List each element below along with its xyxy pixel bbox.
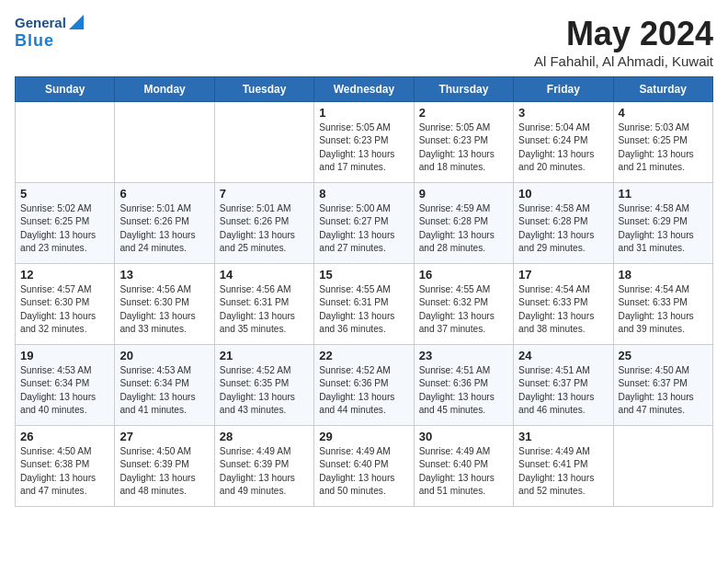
day-number: 15 (319, 268, 408, 282)
day-info: Sunrise: 4:52 AMSunset: 6:35 PMDaylight:… (220, 364, 309, 417)
day-info: Sunrise: 4:51 AMSunset: 6:37 PMDaylight:… (518, 364, 608, 417)
week-row-2: 5Sunrise: 5:02 AMSunset: 6:25 PMDaylight… (16, 183, 713, 264)
svg-marker-0 (69, 15, 84, 29)
day-info: Sunrise: 4:52 AMSunset: 6:36 PMDaylight:… (319, 364, 408, 417)
table-row: 6Sunrise: 5:01 AMSunset: 6:26 PMDaylight… (115, 183, 214, 264)
day-number: 12 (20, 268, 109, 282)
day-number: 14 (220, 268, 309, 282)
day-info: Sunrise: 4:58 AMSunset: 6:28 PMDaylight:… (518, 202, 608, 255)
day-number: 10 (518, 187, 608, 201)
day-number: 28 (220, 430, 309, 443)
day-info: Sunrise: 4:59 AMSunset: 6:28 PMDaylight:… (419, 202, 508, 255)
table-row: 8Sunrise: 5:00 AMSunset: 6:27 PMDaylight… (314, 183, 414, 264)
page-header: General Blue May 2024 Al Fahahil, Al Ahm… (15, 15, 713, 69)
day-info: Sunrise: 5:01 AMSunset: 6:26 PMDaylight:… (119, 202, 209, 255)
week-row-1: 1Sunrise: 5:05 AMSunset: 6:23 PMDaylight… (16, 102, 713, 183)
table-row (115, 102, 214, 183)
day-number: 21 (220, 349, 309, 362)
table-row: 18Sunrise: 4:54 AMSunset: 6:33 PMDayligh… (613, 264, 712, 345)
table-row: 20Sunrise: 4:53 AMSunset: 6:34 PMDayligh… (115, 345, 214, 426)
calendar-location: Al Fahahil, Al Ahmadi, Kuwait (534, 53, 713, 69)
day-number: 22 (319, 349, 408, 362)
header-thursday: Thursday (414, 77, 513, 102)
day-info: Sunrise: 4:55 AMSunset: 6:31 PMDaylight:… (319, 283, 408, 336)
day-number: 16 (419, 268, 508, 282)
logo-general: General (15, 15, 66, 31)
table-row: 28Sunrise: 4:49 AMSunset: 6:39 PMDayligh… (214, 426, 313, 507)
day-number: 4 (619, 106, 708, 120)
week-row-5: 26Sunrise: 4:50 AMSunset: 6:38 PMDayligh… (16, 426, 713, 507)
day-info: Sunrise: 5:05 AMSunset: 6:23 PMDaylight:… (419, 121, 508, 174)
table-row: 23Sunrise: 4:51 AMSunset: 6:36 PMDayligh… (414, 345, 513, 426)
day-number: 26 (20, 430, 109, 443)
day-info: Sunrise: 5:03 AMSunset: 6:25 PMDaylight:… (619, 121, 708, 174)
table-row: 7Sunrise: 5:01 AMSunset: 6:26 PMDaylight… (214, 183, 313, 264)
day-info: Sunrise: 5:04 AMSunset: 6:24 PMDaylight:… (518, 121, 608, 174)
day-number: 8 (319, 187, 408, 201)
table-row: 15Sunrise: 4:55 AMSunset: 6:31 PMDayligh… (314, 264, 414, 345)
header-tuesday: Tuesday (214, 77, 313, 102)
table-row: 4Sunrise: 5:03 AMSunset: 6:25 PMDaylight… (613, 102, 712, 183)
table-row: 24Sunrise: 4:51 AMSunset: 6:37 PMDayligh… (514, 345, 613, 426)
day-info: Sunrise: 4:54 AMSunset: 6:33 PMDaylight:… (518, 283, 608, 336)
day-info: Sunrise: 4:55 AMSunset: 6:32 PMDaylight:… (419, 283, 508, 336)
day-info: Sunrise: 5:00 AMSunset: 6:27 PMDaylight:… (319, 202, 408, 255)
day-number: 31 (518, 430, 608, 443)
table-row: 21Sunrise: 4:52 AMSunset: 6:35 PMDayligh… (214, 345, 313, 426)
table-row: 25Sunrise: 4:50 AMSunset: 6:37 PMDayligh… (613, 345, 712, 426)
day-info: Sunrise: 4:49 AMSunset: 6:40 PMDaylight:… (319, 445, 408, 498)
logo-triangle-icon (69, 15, 84, 29)
table-row: 3Sunrise: 5:04 AMSunset: 6:24 PMDaylight… (514, 102, 613, 183)
day-number: 1 (319, 106, 408, 120)
week-row-4: 19Sunrise: 4:53 AMSunset: 6:34 PMDayligh… (16, 345, 713, 426)
table-row: 16Sunrise: 4:55 AMSunset: 6:32 PMDayligh… (414, 264, 513, 345)
table-row: 14Sunrise: 4:56 AMSunset: 6:31 PMDayligh… (214, 264, 313, 345)
calendar-title: May 2024 (534, 15, 713, 53)
title-area: May 2024 Al Fahahil, Al Ahmadi, Kuwait (534, 15, 713, 69)
table-row (214, 102, 313, 183)
day-number: 13 (119, 268, 209, 282)
table-row: 1Sunrise: 5:05 AMSunset: 6:23 PMDaylight… (314, 102, 414, 183)
header-sunday: Sunday (16, 77, 115, 102)
logo-blue: Blue (15, 31, 84, 52)
table-row: 11Sunrise: 4:58 AMSunset: 6:29 PMDayligh… (613, 183, 712, 264)
day-info: Sunrise: 4:51 AMSunset: 6:36 PMDaylight:… (419, 364, 508, 417)
table-row: 5Sunrise: 5:02 AMSunset: 6:25 PMDaylight… (16, 183, 115, 264)
day-number: 25 (619, 349, 708, 362)
header-saturday: Saturday (613, 77, 712, 102)
day-info: Sunrise: 4:56 AMSunset: 6:31 PMDaylight:… (220, 283, 309, 336)
day-number: 27 (119, 430, 209, 443)
day-info: Sunrise: 4:54 AMSunset: 6:33 PMDaylight:… (619, 283, 708, 336)
table-row: 9Sunrise: 4:59 AMSunset: 6:28 PMDaylight… (414, 183, 513, 264)
day-number: 3 (518, 106, 608, 120)
calendar-table: Sunday Monday Tuesday Wednesday Thursday… (15, 76, 713, 507)
day-number: 9 (419, 187, 508, 201)
day-info: Sunrise: 4:50 AMSunset: 6:38 PMDaylight:… (20, 445, 109, 498)
table-row (613, 426, 712, 507)
table-row: 27Sunrise: 4:50 AMSunset: 6:39 PMDayligh… (115, 426, 214, 507)
day-number: 18 (619, 268, 708, 282)
day-info: Sunrise: 4:53 AMSunset: 6:34 PMDaylight:… (119, 364, 209, 417)
table-row: 12Sunrise: 4:57 AMSunset: 6:30 PMDayligh… (16, 264, 115, 345)
day-number: 29 (319, 430, 408, 443)
header-wednesday: Wednesday (314, 77, 414, 102)
day-info: Sunrise: 5:01 AMSunset: 6:26 PMDaylight:… (220, 202, 309, 255)
weekday-header-row: Sunday Monday Tuesday Wednesday Thursday… (16, 77, 713, 102)
table-row: 30Sunrise: 4:49 AMSunset: 6:40 PMDayligh… (414, 426, 513, 507)
table-row: 29Sunrise: 4:49 AMSunset: 6:40 PMDayligh… (314, 426, 414, 507)
day-number: 2 (419, 106, 508, 120)
day-number: 20 (119, 349, 209, 362)
day-info: Sunrise: 4:58 AMSunset: 6:29 PMDaylight:… (619, 202, 708, 255)
day-number: 6 (119, 187, 209, 201)
table-row: 2Sunrise: 5:05 AMSunset: 6:23 PMDaylight… (414, 102, 513, 183)
day-info: Sunrise: 4:56 AMSunset: 6:30 PMDaylight:… (119, 283, 209, 336)
day-number: 24 (518, 349, 608, 362)
day-info: Sunrise: 4:49 AMSunset: 6:39 PMDaylight:… (220, 445, 309, 498)
day-number: 7 (220, 187, 309, 201)
day-info: Sunrise: 4:53 AMSunset: 6:34 PMDaylight:… (20, 364, 109, 417)
day-number: 19 (20, 349, 109, 362)
header-friday: Friday (514, 77, 613, 102)
table-row: 26Sunrise: 4:50 AMSunset: 6:38 PMDayligh… (16, 426, 115, 507)
day-info: Sunrise: 4:50 AMSunset: 6:37 PMDaylight:… (619, 364, 708, 417)
logo: General Blue (15, 15, 84, 52)
